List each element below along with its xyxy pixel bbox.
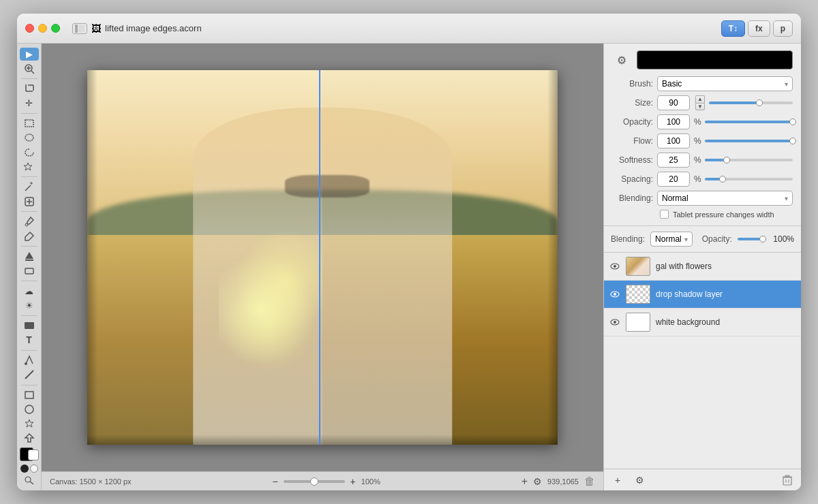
rect-select-tool[interactable] <box>20 117 39 130</box>
svg-rect-0 <box>75 25 78 33</box>
paint-tool[interactable] <box>20 230 39 242</box>
zoom-slider[interactable] <box>284 480 345 483</box>
size-stepper[interactable]: ▲ ▼ <box>695 95 705 110</box>
layer-item-gal-with-flowers[interactable]: gal with flowers <box>604 253 801 281</box>
brush-type-select[interactable]: Basic <box>657 76 793 91</box>
layer-visibility-2[interactable] <box>609 289 620 300</box>
toolbar-separator-9 <box>21 385 37 385</box>
layer-thumb-checkers <box>626 285 650 303</box>
layer-item-drop-shadow[interactable]: drop shadow layer <box>604 281 801 309</box>
softness-unit: % <box>694 155 701 165</box>
delete-layer-icon[interactable]: 🗑 <box>584 475 595 488</box>
flow-slider[interactable] <box>705 140 793 142</box>
minimize-button[interactable] <box>38 24 47 33</box>
toolbar-separator-5 <box>21 246 37 247</box>
rect-tool[interactable] <box>20 388 39 401</box>
flowers <box>219 220 322 370</box>
fx-button[interactable]: fx <box>748 20 770 37</box>
flow-row: Flow: 100 % <box>612 133 793 148</box>
layer-item-white-background[interactable]: white background <box>604 309 801 336</box>
text-tool[interactable]: T <box>20 334 39 347</box>
canvas-content[interactable] <box>42 44 603 471</box>
status-right: + ⚙ 939,1065 🗑 <box>521 475 595 488</box>
canvas-shadow-left <box>87 70 97 445</box>
opacity-unit: % <box>694 117 701 127</box>
erase-tool[interactable] <box>20 264 39 277</box>
canvas-area: Canvas: 1500 × 1200 px − + 100% + ⚙ 939,… <box>42 44 603 490</box>
size-up[interactable]: ▲ <box>695 95 705 103</box>
layer-visibility-3[interactable] <box>609 317 620 328</box>
magnifier-tool[interactable] <box>24 475 35 486</box>
layers-opacity-value: 100% <box>773 234 794 244</box>
blur-tool[interactable]: ☁ <box>20 285 39 298</box>
maximize-button[interactable] <box>51 24 60 33</box>
zoom-out-button[interactable]: − <box>272 476 277 487</box>
spacing-input[interactable]: 20 <box>657 172 690 187</box>
background-color[interactable] <box>28 450 39 460</box>
wand-tool[interactable] <box>20 180 39 193</box>
transform-tool[interactable]: ✛ <box>20 97 39 110</box>
softness-slider[interactable] <box>705 159 793 161</box>
eyedrop-tool[interactable] <box>20 215 39 228</box>
delete-layer-button[interactable] <box>779 473 796 488</box>
star-tool[interactable] <box>20 418 39 430</box>
fill-tool[interactable] <box>20 250 39 263</box>
healing-tool[interactable] <box>20 195 39 208</box>
svg-point-25 <box>25 405 33 413</box>
brush-gear-button[interactable]: ⚙ <box>612 50 631 69</box>
layers-opacity-slider[interactable] <box>738 238 766 240</box>
zoom-value: 100% <box>361 477 380 486</box>
mini-circle[interactable] <box>20 464 29 473</box>
size-slider[interactable] <box>709 101 793 104</box>
color-swatch-area[interactable] <box>20 447 39 460</box>
line-tool[interactable] <box>20 368 39 381</box>
layers-blending-select[interactable]: Normal <box>650 232 693 247</box>
spacing-unit: % <box>694 174 701 184</box>
layer-visibility-1[interactable] <box>609 261 620 272</box>
arrow-tool[interactable] <box>20 432 39 445</box>
status-center: − + 100% <box>137 476 516 487</box>
sidebar-toggle-button[interactable] <box>72 23 87 34</box>
zoom-tool[interactable] <box>20 62 39 75</box>
magic-select-tool[interactable] <box>20 160 39 173</box>
layers-opacity-slider-thumb <box>759 236 766 242</box>
dodge-tool[interactable]: ☀ <box>20 299 39 312</box>
spacing-slider-thumb <box>719 176 726 183</box>
add-layer-icon[interactable]: + <box>521 475 528 488</box>
mini-circle-2[interactable] <box>30 464 38 473</box>
size-slider-thumb <box>756 99 763 106</box>
zoom-in-button[interactable]: + <box>350 476 356 487</box>
circle-tool[interactable] <box>20 403 39 415</box>
softness-input[interactable]: 25 <box>657 153 690 168</box>
ellipse-select-tool[interactable] <box>20 131 39 144</box>
layers-bottom: + ⚙ <box>604 469 801 490</box>
size-input[interactable]: 90 <box>657 95 690 110</box>
layer-thumb-2 <box>626 285 650 304</box>
brush-color-swatch[interactable] <box>637 50 793 69</box>
pen-tool[interactable] <box>20 353 39 366</box>
p-button[interactable]: p <box>773 20 793 37</box>
blending-select[interactable]: Normal <box>657 191 793 206</box>
add-layer-button[interactable]: + <box>609 473 626 488</box>
spacing-slider[interactable] <box>705 178 793 180</box>
canvas-shadow-bottom <box>87 435 558 445</box>
crop-tool[interactable] <box>20 82 39 95</box>
opacity-input[interactable]: 100 <box>657 114 690 129</box>
settings-button[interactable]: ⚙ <box>631 473 648 488</box>
size-down[interactable]: ▼ <box>695 103 705 110</box>
select-tool[interactable]: ▶ <box>20 48 39 61</box>
settings-icon[interactable]: ⚙ <box>533 476 542 487</box>
blending-row: Blending: Normal <box>612 191 793 206</box>
rect-shape-tool[interactable] <box>20 319 39 332</box>
flow-input[interactable]: 100 <box>657 133 690 148</box>
file-icon: 🖼 <box>91 23 101 34</box>
size-label: Size: <box>612 98 653 108</box>
svg-line-27 <box>30 482 33 484</box>
brush-label: Brush: <box>612 79 653 89</box>
close-button[interactable] <box>25 24 34 33</box>
text-tool-button[interactable]: T↕ <box>721 20 745 37</box>
lasso-tool[interactable] <box>20 146 39 159</box>
tablet-checkbox[interactable] <box>660 210 669 219</box>
svg-rect-21 <box>25 322 34 329</box>
opacity-slider[interactable] <box>705 121 793 123</box>
